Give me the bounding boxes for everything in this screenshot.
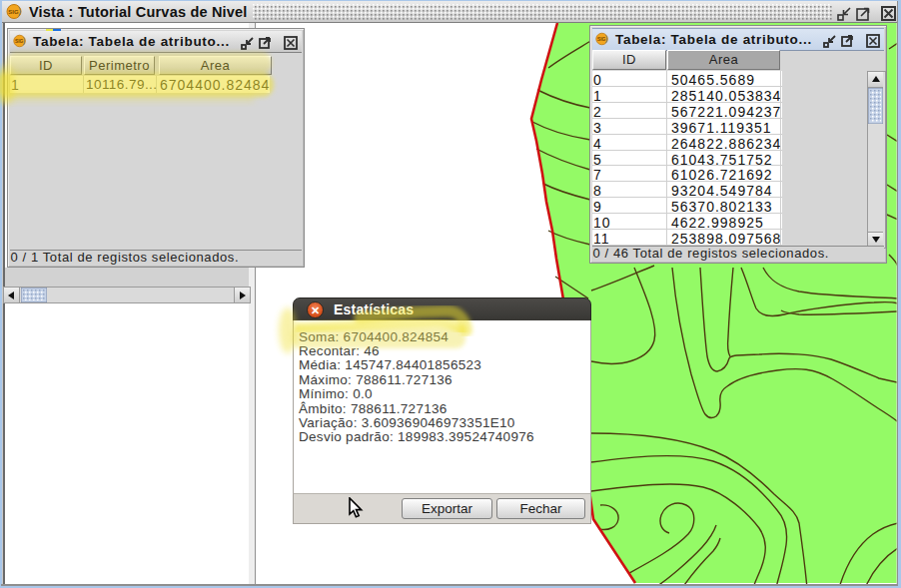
- svg-text:SIG: SIG: [8, 9, 19, 15]
- svg-text:SIG: SIG: [15, 39, 24, 44]
- svg-text:SIG: SIG: [597, 37, 606, 42]
